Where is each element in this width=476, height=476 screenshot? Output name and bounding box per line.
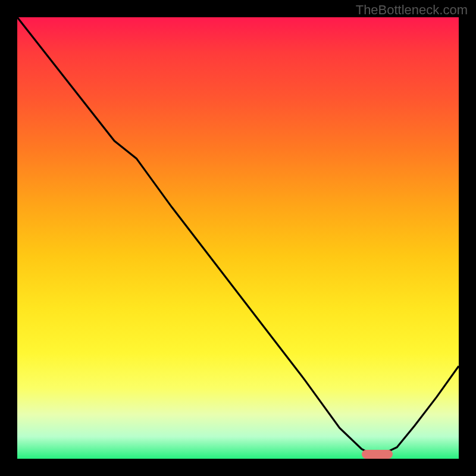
watermark-text: TheBottleneck.com [356, 2, 468, 18]
curve-path [17, 17, 459, 453]
bottleneck-curve-line [17, 17, 459, 459]
optimal-target-marker [362, 450, 393, 459]
